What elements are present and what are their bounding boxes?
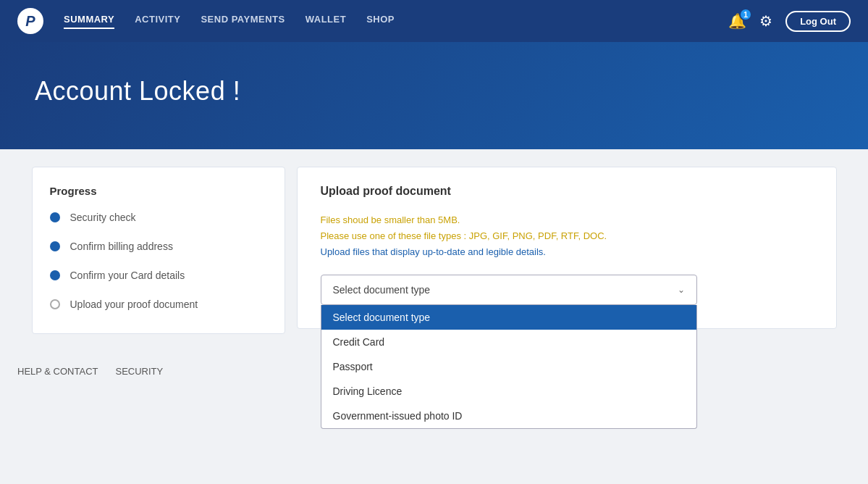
logo-letter: P xyxy=(25,13,35,30)
nav-activity[interactable]: ACTIVITY xyxy=(135,14,180,29)
dropdown-option-driving-licence[interactable]: Driving Licence xyxy=(321,379,696,404)
nav-shop[interactable]: SHOP xyxy=(366,14,395,29)
upload-title: Upload proof document xyxy=(321,185,813,198)
nav-summary[interactable]: SUMMARY xyxy=(64,14,114,29)
upload-info-legible: Upload files that display up-to-date and… xyxy=(321,244,813,260)
navbar: P SUMMARY ACTIVITY SEND PAYMENTS WALLET … xyxy=(0,0,868,42)
progress-label-card: Confirm your Card details xyxy=(70,270,185,281)
upload-info-size: Files shoud be smaller than 5MB. xyxy=(321,212,813,228)
progress-item-upload: Upload your proof document xyxy=(50,299,267,310)
progress-item-security: Security check xyxy=(50,212,267,223)
progress-panel: Progress Security check Confirm billing … xyxy=(32,167,285,334)
dropdown-trigger[interactable]: Select document type ⌄ xyxy=(321,275,697,305)
upload-info: Files shoud be smaller than 5MB. Please … xyxy=(321,212,813,260)
progress-title: Progress xyxy=(50,185,267,197)
progress-dot-security xyxy=(50,212,60,222)
chevron-down-icon: ⌄ xyxy=(678,285,685,295)
dropdown-option-passport[interactable]: Passport xyxy=(321,354,696,379)
progress-dot-billing xyxy=(50,241,60,251)
paypal-logo[interactable]: P xyxy=(17,8,43,34)
nav-wallet[interactable]: WALLET xyxy=(306,14,346,29)
nav-right: 🔔 1 ⚙ Log Out xyxy=(728,11,851,32)
footer-help[interactable]: HELP & CONTACT xyxy=(17,366,98,377)
hero-banner: Account Locked ! xyxy=(0,42,868,149)
notification-bell[interactable]: 🔔 1 xyxy=(728,12,746,30)
dropdown-option-government-id[interactable]: Government-issued photo ID xyxy=(321,404,696,428)
dropdown-option-select[interactable]: Select document type xyxy=(321,305,696,330)
main-content: Progress Security check Confirm billing … xyxy=(14,149,854,351)
progress-dot-upload xyxy=(50,299,60,309)
dropdown-selected-label: Select document type xyxy=(333,284,431,296)
progress-items: Security check Confirm billing address C… xyxy=(50,212,267,310)
dropdown-option-credit-card[interactable]: Credit Card xyxy=(321,330,696,354)
progress-item-card: Confirm your Card details xyxy=(50,270,267,281)
document-type-dropdown[interactable]: Select document type ⌄ Select document t… xyxy=(321,275,697,305)
progress-dot-card xyxy=(50,270,60,280)
upload-panel: Upload proof document Files shoud be sma… xyxy=(297,167,837,329)
progress-label-upload: Upload your proof document xyxy=(70,299,198,310)
notification-count: 1 xyxy=(739,8,752,21)
footer-security[interactable]: SECURITY xyxy=(115,366,163,377)
nav-links: SUMMARY ACTIVITY SEND PAYMENTS WALLET SH… xyxy=(64,14,728,29)
dropdown-list: Select document type Credit Card Passpor… xyxy=(321,305,697,429)
progress-item-billing: Confirm billing address xyxy=(50,241,267,252)
logout-button[interactable]: Log Out xyxy=(785,11,851,32)
settings-icon[interactable]: ⚙ xyxy=(759,12,772,30)
progress-label-security: Security check xyxy=(70,212,136,223)
nav-send-payments[interactable]: SEND PAYMENTS xyxy=(201,14,285,29)
hero-title: Account Locked ! xyxy=(35,76,240,107)
progress-label-billing: Confirm billing address xyxy=(70,241,173,252)
upload-info-types: Please use one of these file types : JPG… xyxy=(321,228,813,244)
